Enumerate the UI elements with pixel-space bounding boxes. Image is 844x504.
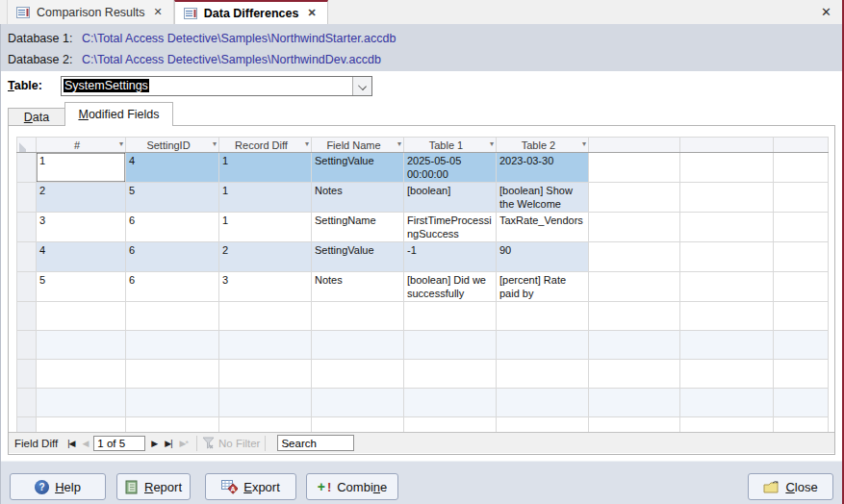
grid-cell[interactable]: 3 <box>37 213 126 242</box>
first-record-button[interactable]: |◀ <box>64 439 78 448</box>
record-position-input[interactable] <box>93 436 145 451</box>
search-input[interactable] <box>277 435 354 451</box>
column-header-settingid[interactable]: SettingID▾ <box>126 138 219 153</box>
grid-cell[interactable]: SettingValue <box>312 242 404 272</box>
column-dropdown-icon[interactable]: ▾ <box>305 139 309 148</box>
tab-close-icon[interactable]: ✕ <box>305 7 318 19</box>
grid-cell[interactable]: 2 <box>219 242 312 272</box>
doc-tab-comparison-results[interactable]: Comparison Results ✕ <box>7 0 174 24</box>
column-header-number[interactable]: #▾ <box>37 138 126 153</box>
next-record-button[interactable]: ▶ <box>147 439 161 448</box>
column-dropdown-icon[interactable]: ▾ <box>490 139 494 148</box>
database1-line: Database 1: C:\Total Access Detective\Sa… <box>8 28 844 49</box>
svg-text:A: A <box>231 485 236 491</box>
column-header-field-name[interactable]: Field Name▾ <box>312 138 404 153</box>
grid-cell[interactable]: 4 <box>126 153 219 183</box>
new-record-button[interactable]: ▶* <box>176 439 192 448</box>
help-button[interactable]: ? Help <box>10 473 106 500</box>
doc-tab-data-differences[interactable]: Data Differences ✕ <box>174 0 328 24</box>
combo-dropdown-button[interactable] <box>352 77 371 95</box>
grid-cell[interactable]: 2025-05-05 00:00:00 <box>404 153 497 183</box>
grid-cell[interactable]: 3 <box>219 272 312 302</box>
grid-cell[interactable]: SettingName <box>312 213 404 242</box>
previous-record-button[interactable]: ◀ <box>78 439 91 448</box>
grid-cell[interactable]: [boolean] Show the Welcome <box>497 183 589 213</box>
export-icon: A <box>221 480 238 494</box>
grid-cell[interactable]: [boolean] <box>404 183 497 213</box>
table-row: 1 4 1 SettingValue 2025-05-05 00:00:00 2… <box>17 153 829 183</box>
select-all-corner[interactable] <box>17 138 37 153</box>
column-dropdown-icon[interactable]: ▾ <box>582 139 586 148</box>
empty-row <box>17 331 829 360</box>
no-filter-button[interactable]: No Filter <box>218 438 260 449</box>
tab-close-icon[interactable]: ✕ <box>152 6 165 18</box>
column-header-table1[interactable]: Table 1▾ <box>404 138 497 153</box>
grid-cell[interactable]: TaxRate_Vendors <box>497 213 589 242</box>
grid-cell[interactable]: Notes <box>312 272 404 302</box>
chevron-down-icon <box>358 82 367 90</box>
database-info-strip: Database 1: C:\Total Access Detective\Sa… <box>0 24 844 71</box>
database2-line: Database 2: C:\Total Access Detective\Sa… <box>8 49 844 70</box>
form-icon <box>184 8 197 19</box>
grid-cell[interactable]: SettingValue <box>312 153 404 183</box>
navigator-separator <box>196 436 197 451</box>
row-selector[interactable] <box>17 302 37 331</box>
grid-cell[interactable]: 1 <box>219 153 312 183</box>
column-header-table2[interactable]: Table 2▾ <box>497 138 589 153</box>
grid-cell[interactable]: 1 <box>37 153 126 183</box>
grid-cell[interactable]: 1 <box>219 183 312 213</box>
column-dropdown-icon[interactable]: ▾ <box>213 139 217 148</box>
grid-cell[interactable]: [boolean] Did we successfully <box>404 272 497 302</box>
window-close-icon[interactable]: ✕ <box>817 4 835 20</box>
row-selector[interactable] <box>17 417 37 433</box>
grid-cell[interactable]: 1 <box>219 213 312 242</box>
last-record-button[interactable]: ▶| <box>161 439 175 448</box>
column-dropdown-icon[interactable]: ▾ <box>397 139 401 148</box>
grid-cell-empty <box>680 272 774 302</box>
grid-cell[interactable]: [percent] Rate paid by <box>497 272 589 302</box>
database2-label: Database 2: <box>8 53 72 66</box>
row-selector[interactable] <box>17 331 37 360</box>
database1-path: C:\Total Access Detective\Samples\Northw… <box>82 32 396 45</box>
row-selector[interactable] <box>17 213 37 242</box>
grid-cell[interactable]: 2 <box>37 183 126 213</box>
tab-modified-fields[interactable]: Modified Fields <box>64 102 173 126</box>
footer-bar: ? Help Report A Export +! Combine Close <box>0 461 844 504</box>
empty-row <box>17 360 829 389</box>
grid-cell[interactable]: 2023-03-30 <box>497 153 589 183</box>
close-button[interactable]: Close <box>748 473 833 500</box>
combine-button[interactable]: +! Combine <box>306 473 398 500</box>
grid-cell[interactable]: FirstTimeProcessingSuccess <box>404 213 497 242</box>
navigator-label: Field Diff <box>14 438 58 449</box>
export-button[interactable]: A Export <box>205 473 296 500</box>
table-combobox[interactable]: SystemSettings <box>61 76 372 96</box>
tab-data[interactable]: Data <box>8 108 65 126</box>
grid-cell[interactable]: 5 <box>126 183 219 213</box>
table-row: 4 6 2 SettingValue -1 90 <box>17 242 829 272</box>
grid-cell[interactable]: 5 <box>37 272 126 302</box>
row-selector[interactable] <box>17 272 37 302</box>
filter-icon <box>202 437 216 449</box>
column-header-empty <box>774 138 829 153</box>
combine-plus-icon: + <box>318 479 325 494</box>
grid-cell[interactable]: 6 <box>126 272 219 302</box>
help-icon: ? <box>35 480 49 494</box>
column-dropdown-icon[interactable]: ▾ <box>119 139 123 148</box>
grid-cell[interactable]: 4 <box>37 242 126 272</box>
report-button[interactable]: Report <box>116 473 191 500</box>
grid-cell[interactable]: 90 <box>497 242 589 272</box>
row-selector[interactable] <box>17 360 37 389</box>
grid-cell[interactable]: 6 <box>126 242 219 272</box>
row-selector[interactable] <box>17 153 37 183</box>
grid-cell-empty <box>774 242 829 272</box>
corner-diagonal <box>19 138 26 152</box>
grid-cell[interactable]: -1 <box>404 242 497 272</box>
row-selector[interactable] <box>17 389 37 417</box>
grid-cell[interactable]: Notes <box>312 183 404 213</box>
column-header-record-diff[interactable]: Record Diff▾ <box>219 138 312 153</box>
table-label: Table: <box>8 79 42 92</box>
row-selector[interactable] <box>17 183 37 213</box>
row-selector[interactable] <box>17 242 37 272</box>
window-left-border <box>0 24 1 504</box>
grid-cell[interactable]: 6 <box>126 213 219 242</box>
